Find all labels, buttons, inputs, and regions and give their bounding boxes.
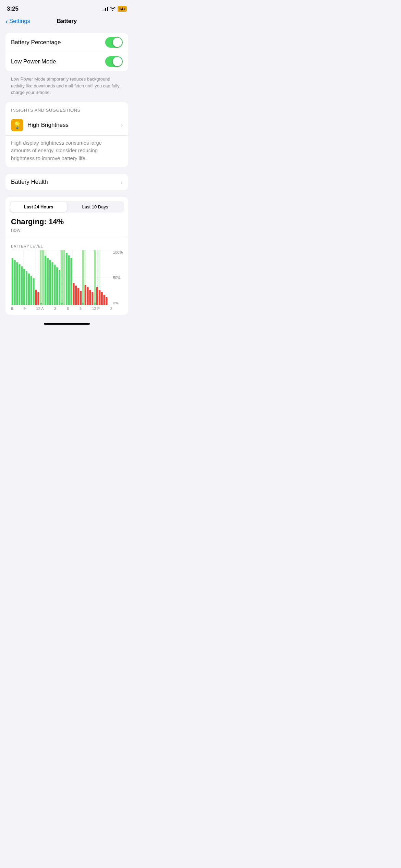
svg-rect-37 bbox=[66, 253, 68, 305]
time-range-tabs: Last 24 Hours Last 10 Days bbox=[10, 201, 124, 213]
charging-info: Charging: 14% now bbox=[5, 213, 128, 234]
insight-title: High Brightness bbox=[27, 122, 117, 129]
tab-last-24-hours[interactable]: Last 24 Hours bbox=[10, 202, 67, 212]
svg-rect-25 bbox=[37, 292, 39, 305]
x-label-12p: 12 P bbox=[92, 306, 100, 311]
x-label-6a: 6 bbox=[11, 306, 13, 311]
low-power-mode-toggle[interactable] bbox=[105, 56, 123, 67]
battery-percentage: 14+ bbox=[119, 7, 125, 11]
battery-percentage-row: Battery Percentage bbox=[5, 33, 128, 52]
svg-point-56 bbox=[61, 303, 63, 305]
insight-description: High display brightness consumes large a… bbox=[5, 136, 128, 167]
svg-rect-19 bbox=[23, 269, 25, 305]
brightness-icon: 💡 bbox=[11, 119, 23, 131]
insights-section-header: INSIGHTS AND SUGGESTIONS bbox=[5, 102, 128, 115]
bulb-emoji: 💡 bbox=[13, 121, 22, 129]
low-power-description: Low Power Mode temporarily reduces backg… bbox=[5, 74, 128, 100]
chart-wrapper: 100% 50% 0% bbox=[11, 250, 123, 305]
toggles-card: Battery Percentage Low Power Mode bbox=[5, 33, 128, 71]
chart-section-label: BATTERY LEVEL bbox=[11, 244, 123, 248]
chart-card: Last 24 Hours Last 10 Days Charging: 14%… bbox=[5, 197, 128, 315]
nav-header: ‹ Settings Battery bbox=[0, 15, 134, 29]
svg-rect-51 bbox=[99, 290, 100, 305]
svg-rect-38 bbox=[68, 255, 70, 305]
svg-rect-30 bbox=[49, 260, 51, 305]
battery-health-row[interactable]: Battery Health › bbox=[5, 174, 128, 190]
svg-rect-21 bbox=[28, 274, 30, 305]
x-label-12a: 12 A bbox=[36, 306, 44, 311]
svg-rect-39 bbox=[70, 258, 72, 305]
chevron-right-icon: › bbox=[121, 122, 123, 128]
svg-rect-44 bbox=[82, 250, 84, 305]
svg-rect-23 bbox=[33, 278, 35, 305]
home-indicator bbox=[0, 320, 134, 326]
page-title: Battery bbox=[57, 18, 77, 25]
wifi-icon bbox=[110, 7, 116, 11]
y-label-50: 50% bbox=[113, 276, 123, 280]
x-label-9p: 9 bbox=[80, 306, 82, 311]
svg-rect-33 bbox=[56, 267, 58, 305]
battery-health-label: Battery Health bbox=[11, 179, 48, 185]
svg-rect-15 bbox=[14, 260, 16, 305]
back-label: Settings bbox=[9, 18, 30, 25]
svg-rect-22 bbox=[31, 276, 32, 305]
high-brightness-row[interactable]: 💡 High Brightness › bbox=[5, 115, 128, 136]
chart-bars bbox=[11, 250, 111, 305]
svg-rect-17 bbox=[19, 264, 20, 305]
insights-card: INSIGHTS AND SUGGESTIONS 💡 High Brightne… bbox=[5, 102, 128, 167]
svg-rect-32 bbox=[54, 265, 56, 305]
svg-rect-31 bbox=[51, 262, 53, 305]
y-label-0: 0% bbox=[113, 301, 123, 305]
svg-rect-18 bbox=[21, 266, 23, 305]
svg-rect-34 bbox=[59, 270, 60, 305]
svg-rect-45 bbox=[85, 285, 86, 305]
status-bar: 3:25 14+ bbox=[0, 0, 134, 15]
x-label-3: 3 bbox=[54, 306, 56, 311]
svg-rect-28 bbox=[45, 256, 46, 305]
back-button[interactable]: ‹ Settings bbox=[5, 18, 30, 25]
svg-rect-14 bbox=[12, 258, 13, 305]
home-bar bbox=[44, 323, 90, 325]
svg-point-55 bbox=[40, 303, 42, 305]
low-power-mode-row: Low Power Mode bbox=[5, 52, 128, 71]
main-content: Battery Percentage Low Power Mode Low Po… bbox=[0, 33, 134, 315]
svg-rect-40 bbox=[73, 283, 74, 305]
svg-rect-41 bbox=[75, 286, 77, 305]
svg-point-58 bbox=[94, 303, 96, 305]
svg-rect-36 bbox=[63, 250, 65, 305]
toggle-knob-2 bbox=[113, 57, 122, 66]
svg-rect-29 bbox=[47, 258, 49, 305]
status-icons: 14+ bbox=[102, 6, 127, 12]
x-label-9a: 9 bbox=[24, 306, 26, 311]
svg-rect-27 bbox=[42, 250, 44, 305]
svg-rect-42 bbox=[77, 288, 79, 305]
battery-health-chevron-icon: › bbox=[121, 179, 123, 185]
battery-percentage-toggle[interactable] bbox=[105, 37, 123, 48]
svg-rect-50 bbox=[96, 287, 98, 305]
svg-rect-24 bbox=[35, 290, 37, 305]
toggle-knob bbox=[113, 38, 122, 47]
svg-rect-35 bbox=[61, 250, 63, 305]
back-chevron-icon: ‹ bbox=[5, 18, 8, 25]
low-power-mode-label: Low Power Mode bbox=[11, 58, 56, 65]
x-label-3p: 3 bbox=[110, 306, 112, 311]
svg-rect-46 bbox=[87, 287, 88, 305]
battery-health-card[interactable]: Battery Health › bbox=[5, 174, 128, 190]
charging-subtitle: now bbox=[11, 227, 123, 233]
x-label-6p: 6 bbox=[67, 306, 69, 311]
tab-last-10-days[interactable]: Last 10 Days bbox=[67, 202, 123, 212]
svg-rect-16 bbox=[16, 262, 18, 305]
battery-level-indicator: 14+ bbox=[118, 6, 127, 12]
signal-bars-icon bbox=[102, 7, 108, 11]
battery-percentage-label: Battery Percentage bbox=[11, 39, 61, 46]
x-axis-labels: 6 9 12 A 3 6 9 12 P 3 bbox=[11, 305, 123, 315]
charging-title: Charging: 14% bbox=[11, 217, 123, 226]
status-time: 3:25 bbox=[7, 5, 19, 12]
svg-point-57 bbox=[82, 303, 84, 305]
chart-area: BATTERY LEVEL bbox=[5, 240, 128, 315]
svg-rect-26 bbox=[40, 250, 41, 305]
svg-rect-53 bbox=[104, 295, 105, 305]
y-axis-labels: 100% 50% 0% bbox=[111, 250, 123, 305]
svg-rect-49 bbox=[94, 250, 96, 305]
chart-svg bbox=[11, 250, 111, 305]
